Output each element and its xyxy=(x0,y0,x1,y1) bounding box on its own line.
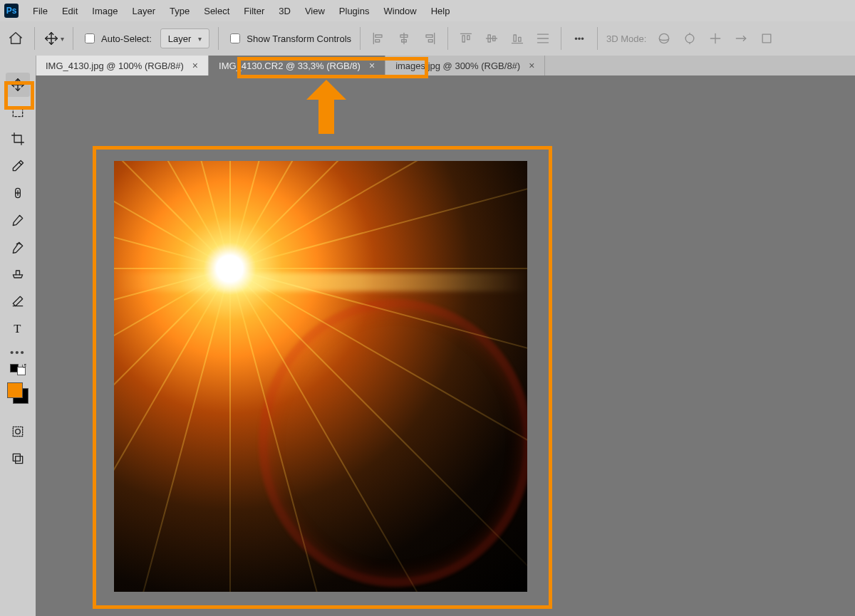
svg-point-23 xyxy=(660,33,669,43)
svg-rect-13 xyxy=(467,36,470,40)
svg-rect-3 xyxy=(375,35,382,37)
annotation-arrow xyxy=(306,80,346,134)
document-tab-strip: IMG_4130.jpg @ 100% (RGB/8#) × IMG_4130.… xyxy=(36,56,855,75)
menu-select[interactable]: Select xyxy=(197,0,237,21)
eraser-tool[interactable] xyxy=(6,289,30,313)
show-transform-checkbox[interactable]: Show Transform Controls xyxy=(227,31,351,46)
3d-scale-icon[interactable] xyxy=(757,29,776,48)
menu-3d[interactable]: 3D xyxy=(271,0,298,21)
3d-pan-icon[interactable] xyxy=(706,29,725,48)
brush-tool[interactable] xyxy=(6,208,30,232)
svg-rect-4 xyxy=(375,40,380,42)
more-tools-icon[interactable]: ••• xyxy=(10,346,26,358)
align-top-button[interactable] xyxy=(457,29,475,48)
menu-plugins[interactable]: Plugins xyxy=(332,0,377,21)
separator xyxy=(218,27,219,50)
options-bar: ▾ Auto-Select: Layer ▾ Show Transform Co… xyxy=(0,21,855,56)
svg-rect-9 xyxy=(426,35,432,37)
color-swatches[interactable] xyxy=(6,381,30,405)
foreground-color-swatch[interactable] xyxy=(7,382,23,398)
svg-rect-18 xyxy=(514,35,516,41)
chevron-down-icon: ▾ xyxy=(61,35,64,43)
type-tool[interactable]: T xyxy=(6,316,30,340)
more-options-button[interactable]: ••• xyxy=(570,29,589,48)
crop-tool[interactable] xyxy=(6,127,30,151)
menu-window[interactable]: Window xyxy=(376,0,423,21)
align-right-button[interactable] xyxy=(420,29,439,48)
svg-point-24 xyxy=(686,34,695,43)
svg-rect-27 xyxy=(763,34,772,43)
svg-text:T: T xyxy=(14,322,21,335)
separator xyxy=(73,27,73,50)
layer-target-value: Layer xyxy=(168,33,192,44)
align-group xyxy=(369,29,439,48)
svg-point-37 xyxy=(16,429,21,434)
svg-rect-38 xyxy=(13,454,20,461)
menu-view[interactable]: View xyxy=(298,0,332,21)
layer-target-dropdown[interactable]: Layer ▾ xyxy=(160,28,210,48)
menu-layer[interactable]: Layer xyxy=(125,0,163,21)
show-transform-label: Show Transform Controls xyxy=(247,33,351,44)
chevron-down-icon: ▾ xyxy=(198,35,202,43)
screen-mode-tool[interactable] xyxy=(6,447,30,471)
healing-brush-tool[interactable] xyxy=(6,181,30,205)
menu-edit[interactable]: Edit xyxy=(55,0,85,21)
3d-orbit-icon[interactable] xyxy=(655,29,673,48)
annotation-move-tool xyxy=(4,81,34,110)
3d-slide-icon[interactable] xyxy=(732,29,750,48)
3d-mode-label: 3D Mode: xyxy=(606,33,646,44)
menu-type[interactable]: Type xyxy=(162,0,197,21)
align-v-group xyxy=(457,29,552,48)
toolbox: T ••• ↺ xyxy=(0,56,36,616)
menu-help[interactable]: Help xyxy=(424,0,457,21)
align-hcenter-button[interactable] xyxy=(395,29,413,48)
menu-file[interactable]: File xyxy=(26,0,55,21)
app-logo: Ps xyxy=(4,4,19,18)
svg-rect-12 xyxy=(462,36,465,42)
close-icon[interactable]: × xyxy=(529,60,534,71)
default-colors-button[interactable]: ↺ xyxy=(10,364,26,375)
separator xyxy=(360,27,361,50)
move-tool-indicator[interactable]: ▾ xyxy=(43,31,64,46)
document-tab-1[interactable]: IMG_4130.jpg @ 100% (RGB/8#) × xyxy=(36,56,209,75)
tab-label: IMG_4130.jpg @ 100% (RGB/8#) xyxy=(46,61,184,71)
separator xyxy=(34,27,35,50)
eyedropper-tool[interactable] xyxy=(6,154,30,178)
menu-image[interactable]: Image xyxy=(85,0,125,21)
annotation-active-tab xyxy=(237,57,428,78)
menu-filter[interactable]: Filter xyxy=(237,0,271,21)
menu-bar: Ps File Edit Image Layer Type Select Fil… xyxy=(0,0,855,22)
separator xyxy=(561,27,561,50)
history-brush-tool[interactable] xyxy=(6,235,30,259)
auto-select-label: Auto-Select: xyxy=(101,33,152,44)
svg-rect-36 xyxy=(13,427,22,436)
distribute-button[interactable] xyxy=(534,29,552,48)
3d-mode-group xyxy=(655,29,776,48)
quick-mask-tool[interactable] xyxy=(6,419,30,444)
align-vcenter-button[interactable] xyxy=(482,29,501,48)
align-left-button[interactable] xyxy=(369,29,388,48)
svg-rect-19 xyxy=(519,37,521,41)
align-bottom-button[interactable] xyxy=(508,29,527,48)
clone-stamp-tool[interactable] xyxy=(6,262,30,286)
separator xyxy=(447,27,448,50)
annotation-canvas xyxy=(93,146,552,609)
close-icon[interactable]: × xyxy=(192,60,198,71)
home-button[interactable] xyxy=(6,28,26,48)
auto-select-checkbox[interactable]: Auto-Select: xyxy=(82,31,152,46)
svg-rect-39 xyxy=(16,456,23,464)
3d-roll-icon[interactable] xyxy=(680,29,699,48)
svg-rect-10 xyxy=(428,40,432,42)
separator xyxy=(597,27,598,50)
